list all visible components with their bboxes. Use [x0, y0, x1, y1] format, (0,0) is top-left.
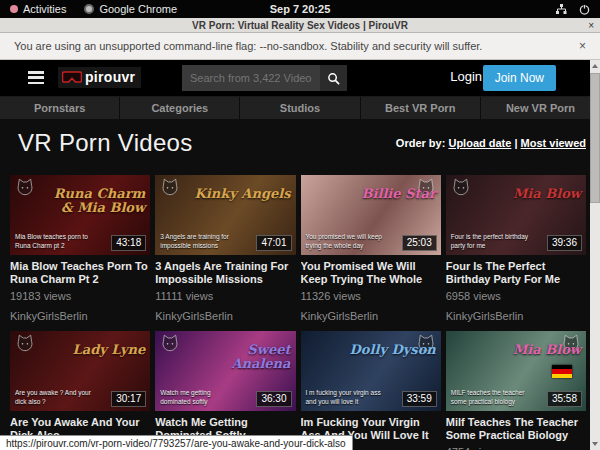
site-header: pirouvr Login Join Now: [0, 60, 600, 96]
thumbnail-performer-name: Mia Blow: [513, 187, 581, 201]
video-title[interactable]: You Promised We Will Keep Trying The Who…: [301, 260, 441, 286]
video-thumbnail[interactable]: Billie Star You promised we will keep tr…: [301, 175, 441, 255]
screen: Activities Google Chrome Sep 7 20:25 VR …: [0, 0, 600, 450]
nav-item-studios[interactable]: Studios: [240, 97, 360, 119]
thumbnail-performer-name: Dolly Dyson: [350, 343, 436, 357]
thumbnail-caption: Are you awake ? And your dick also ?: [15, 389, 96, 406]
studio-cat-logo-icon: [15, 334, 35, 352]
thumbnail-caption: Four is the perfect birthday party for m…: [451, 233, 532, 250]
power-icon[interactable]: [579, 4, 590, 15]
video-studio-link[interactable]: KinkyGirlsBerlin: [446, 310, 586, 323]
main-nav: PornstarsCategoriesStudiosBest VR PornNe…: [0, 96, 600, 119]
thumbnail-performer-name: Mia Blow: [513, 343, 581, 357]
infobar-message: You are using an unsupported command-lin…: [14, 40, 482, 52]
video-card[interactable]: Dolly Dyson I m fucking your virgin ass …: [301, 331, 441, 450]
vr-goggles-icon: [62, 71, 82, 83]
video-thumbnail[interactable]: Mia Blow Four is the perfect birthday pa…: [446, 175, 586, 255]
nav-item-categories[interactable]: Categories: [120, 97, 240, 119]
video-views: 11326 views: [301, 290, 441, 302]
studio-cat-logo-icon: [15, 178, 35, 196]
video-card[interactable]: Kinky Angels 3 Angels are training for i…: [155, 175, 295, 323]
german-flag-icon: [552, 365, 572, 378]
thumbnail-caption: MILF teaches the teacher some practical …: [451, 389, 532, 406]
studio-cat-logo-icon: [451, 178, 471, 196]
page-title: VR Porn Videos: [18, 129, 193, 157]
search-input[interactable]: [182, 65, 320, 91]
video-thumbnail[interactable]: Sweet Analena Watch me getting dominated…: [155, 331, 295, 411]
status-url-bubble: https://pirouvr.com/vr-porn-video/779325…: [0, 435, 353, 450]
site-logo[interactable]: pirouvr: [58, 67, 141, 88]
video-views: 19183 views: [10, 290, 150, 302]
thumbnail-performer-name: Runa Charm & Mia Blow: [47, 187, 145, 214]
video-views: 6958 views: [446, 290, 586, 302]
thumbnail-caption: You promised we will keep trying the who…: [306, 233, 387, 250]
video-grid: Runa Charm & Mia Blow Mia Blow teaches p…: [10, 175, 586, 450]
thumbnail-caption: Mia Blow teaches porn to Runa Charm pt 2: [15, 233, 96, 250]
video-studio-link[interactable]: KinkyGirlsBerlin: [155, 310, 295, 323]
window-title: VR Porn: Virtual Reality Sex Videos | Pi…: [192, 20, 408, 31]
video-studio-link[interactable]: KinkyGirlsBerlin: [10, 310, 150, 323]
video-thumbnail[interactable]: Kinky Angels 3 Angels are training for i…: [155, 175, 295, 255]
order-separator: |: [514, 137, 517, 149]
video-views: 4754 views: [446, 446, 586, 450]
menu-icon[interactable]: [28, 71, 44, 84]
video-card[interactable]: Mia Blow MILF teaches the teacher some p…: [446, 331, 586, 450]
video-views: 11111 views: [155, 290, 295, 302]
thumbnail-caption: 3 Angels are training for impossible mis…: [160, 233, 241, 250]
scroll-up-icon[interactable]: [590, 60, 600, 72]
scrollbar-thumb[interactable]: [590, 73, 600, 203]
video-title[interactable]: Milf Teaches The Teacher Some Practical …: [446, 416, 586, 442]
window-close-icon[interactable]: ×: [588, 20, 594, 31]
thumbnail-performer-name: Billie Star: [362, 187, 436, 201]
login-link[interactable]: Login: [450, 69, 482, 84]
thumbnail-performer-name: Kinky Angels: [195, 187, 291, 201]
video-card[interactable]: Runa Charm & Mia Blow Mia Blow teaches p…: [10, 175, 150, 323]
nav-item-new-vr-porn[interactable]: New VR Porn: [481, 97, 600, 119]
scrollbar[interactable]: [590, 60, 600, 450]
order-most-viewed-link[interactable]: Most viewed: [521, 137, 586, 149]
network-icon[interactable]: [555, 4, 567, 15]
video-studio-link[interactable]: KinkyGirlsBerlin: [301, 310, 441, 323]
search-icon: [327, 72, 340, 85]
video-title[interactable]: Four Is The Perfect Birthday Party For M…: [446, 260, 586, 286]
nav-item-best-vr-porn[interactable]: Best VR Porn: [361, 97, 481, 119]
window-titlebar[interactable]: VR Porn: Virtual Reality Sex Videos | Pi…: [0, 18, 600, 33]
video-thumbnail[interactable]: Lady Lyne Are you awake ? And your dick …: [10, 331, 150, 411]
duration-badge: 33:59: [402, 391, 437, 407]
video-thumbnail[interactable]: Dolly Dyson I m fucking your virgin ass …: [301, 331, 441, 411]
video-title[interactable]: Mia Blow Teaches Porn To Runa Charm Pt 2: [10, 260, 150, 286]
video-card[interactable]: Lady Lyne Are you awake ? And your dick …: [10, 331, 150, 450]
studio-cat-logo-icon: [160, 334, 180, 352]
video-title[interactable]: 3 Angels Are Training For Impossible Mis…: [155, 260, 295, 286]
order-by-label: Order by:: [396, 137, 446, 149]
main-content: VR Porn Videos Order by: Upload date | M…: [0, 129, 600, 450]
chrome-infobar: You are using an unsupported command-lin…: [0, 33, 600, 60]
duration-badge: 39:36: [547, 235, 582, 251]
video-thumbnail[interactable]: Mia Blow MILF teaches the teacher some p…: [446, 331, 586, 411]
infobar-close-icon[interactable]: ×: [579, 39, 586, 53]
video-card[interactable]: Sweet Analena Watch me getting dominated…: [155, 331, 295, 450]
logo-text: pirouvr: [85, 69, 135, 85]
duration-badge: 36:30: [256, 391, 291, 407]
video-thumbnail[interactable]: Runa Charm & Mia Blow Mia Blow teaches p…: [10, 175, 150, 255]
order-upload-date-link[interactable]: Upload date: [448, 137, 511, 149]
duration-badge: 47:01: [256, 235, 291, 251]
join-now-button[interactable]: Join Now: [483, 65, 556, 91]
video-card[interactable]: Mia Blow Four is the perfect birthday pa…: [446, 175, 586, 323]
thumbnail-performer-name: Sweet Analena: [192, 343, 290, 370]
duration-badge: 30:17: [111, 391, 146, 407]
studio-cat-logo-icon: [160, 178, 180, 196]
duration-badge: 43:18: [111, 235, 146, 251]
scroll-down-icon[interactable]: [590, 438, 600, 450]
duration-badge: 25:03: [402, 235, 437, 251]
search-bar: [182, 65, 347, 91]
thumbnail-caption: I m fucking your virgin ass and you will…: [306, 389, 387, 406]
nav-item-pornstars[interactable]: Pornstars: [0, 97, 120, 119]
thumbnail-performer-name: Lady Lyne: [73, 343, 146, 357]
clock[interactable]: Sep 7 20:25: [0, 3, 600, 15]
video-card[interactable]: Billie Star You promised we will keep tr…: [301, 175, 441, 323]
os-top-bar: Activities Google Chrome Sep 7 20:25: [0, 0, 600, 18]
duration-badge: 35:58: [547, 391, 582, 407]
order-by: Order by: Upload date | Most viewed: [396, 137, 586, 149]
search-button[interactable]: [320, 65, 347, 91]
